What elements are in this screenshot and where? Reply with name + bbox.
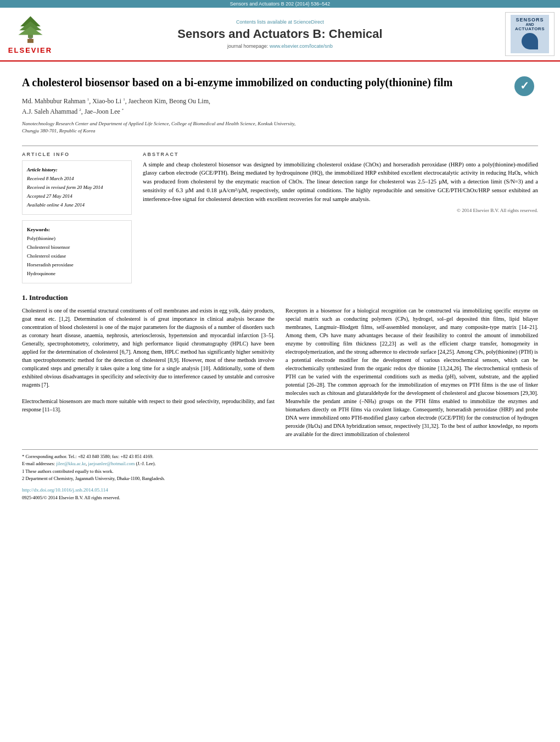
accepted-date: Accepted 27 May 2014 [27,192,127,200]
authors: Md. Mahbubur Rahman 1, Xiao-bo Li 1, Jae… [22,96,508,117]
elsevier-logo: ELSEVIER [5,12,55,56]
sciencedirect-text: Contents lists available at ScienceDirec… [236,19,324,25]
introduction-title: 1. Introduction [22,293,538,302]
issn-line: 0925-4005/© 2014 Elsevier B.V. All right… [22,494,538,502]
journal-header: ELSEVIER Contents lists available at Sci… [0,8,560,62]
article-title: A cholesterol biosensor based on a bi-en… [22,75,508,90]
svg-text:✓: ✓ [520,80,529,92]
email-suffix: (J.-J. Lee). [136,461,155,466]
received-date: Received 8 March 2014 [27,174,127,183]
abstract-column: ABSTRACT A simple and cheap cholesterol … [143,152,538,283]
journal-title: Sensors and Actuators B: Chemical [177,27,382,41]
doi-line: http://dx.doi.org/10.1016/j.snb.2014.05.… [22,486,538,494]
journal-citation: Sensors and Actuators B 202 (2014) 536–5… [230,1,331,7]
sensors-icon-shape [522,33,538,49]
footnote-note2: 2 Department of Chemistry, Jagannath Uni… [22,475,538,483]
title-block: A cholesterol biosensor based on a bi-en… [22,70,508,141]
journal-citation-bar: Sensors and Actuators B 202 (2014) 536–5… [0,0,560,8]
corresponding-author: * Corresponding author. Tel.: +82 43 840… [22,453,538,461]
keyword-2: Cholesterol biosensor [27,243,127,252]
introduction-left: Cholesterol is one of the essential stru… [22,306,275,438]
sensors-logo-graphic: SENSORS AND ACTUATORS [511,15,549,53]
svg-marker-4 [18,26,42,35]
footnote-note1: 1 These authors contributed equally to t… [22,468,538,476]
crossmark-icon: ✓ [513,75,535,97]
footnotes: * Corresponding author. Tel.: +82 43 840… [22,449,538,502]
keywords-label: Keywords: [27,227,50,232]
article-info-label: ARTICLE INFO [22,152,132,157]
email-2[interactable]: jaejoanlee@hotmail.com [88,461,135,466]
introduction-right: Receptors in a biosensor for a biologica… [285,306,538,438]
homepage-url[interactable]: www.elsevier.com/locate/snb [270,43,333,49]
journal-center-info: Contents lists available at ScienceDirec… [60,12,500,56]
email-label: E-mail addresses: [22,461,55,466]
journal-homepage: journal homepage: www.elsevier.com/locat… [227,43,333,49]
actuators-label: ACTUATORS [513,26,547,31]
keyword-4: Horseradish peroxidase [27,260,127,269]
email-1[interactable]: jilee@kku.ac.kr [56,461,86,466]
title-area: A cholesterol biosensor based on a bi-en… [22,70,538,141]
section-introduction: 1. Introduction Cholesterol is one of th… [22,293,538,438]
abstract-text: A simple and cheap cholesterol biosensor… [143,160,538,204]
article-content: A cholesterol biosensor based on a bi-en… [0,62,560,510]
divider-1 [22,146,538,146]
copyright: © 2014 Elsevier B.V. All rights reserved… [143,208,538,213]
article-info-abstract: ARTICLE INFO Article history: Received 8… [22,152,538,283]
svg-rect-5 [27,39,33,43]
keyword-1: Poly(thionine) [27,234,127,243]
email-info: E-mail addresses: jilee@kku.ac.kr, jaejo… [22,460,538,468]
abstract-label: ABSTRACT [143,152,538,157]
article-history-box: Article history: Received 8 March 2014 R… [22,160,132,215]
affiliation: Nanotechnology Research Center and Depar… [22,120,508,134]
article-info-column: ARTICLE INFO Article history: Received 8… [22,152,132,283]
keyword-3: Cholesterol oxidase [27,252,127,260]
keyword-5: Hydroquinone [27,269,127,278]
sensors-label: SENSORS [513,17,547,23]
sensors-actuators-logo: SENSORS AND ACTUATORS [505,12,555,56]
available-date: Available online 4 June 2014 [27,200,127,209]
elsevier-tree-icon [15,14,46,44]
and-label: AND [513,23,547,26]
introduction-columns: Cholesterol is one of the essential stru… [22,306,538,438]
elsevier-text: ELSEVIER [8,46,52,54]
history-label: Article history: [27,167,58,172]
doi-url[interactable]: http://dx.doi.org/10.1016/j.snb.2014.05.… [22,487,108,493]
revised-date: Received in revised form 20 May 2014 [27,183,127,192]
keywords-box: Keywords: Poly(thionine) Cholesterol bio… [22,220,132,283]
crossmark-logo: ✓ [513,75,538,98]
